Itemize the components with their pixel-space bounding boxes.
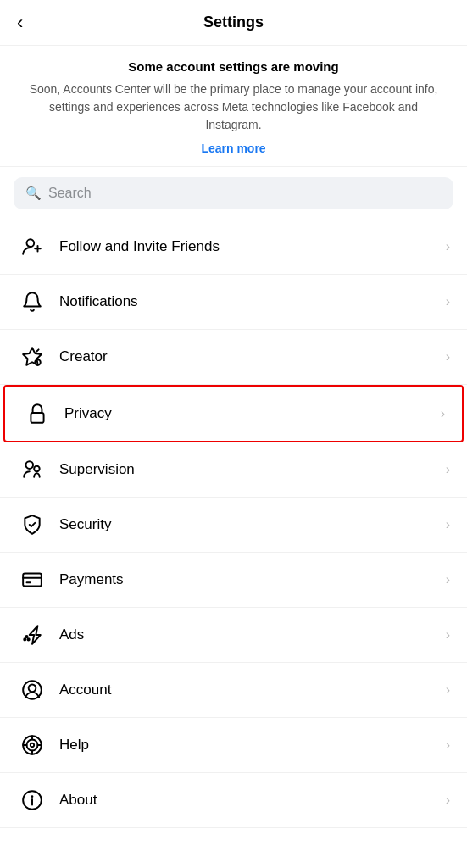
account-icon [17, 675, 47, 705]
payments-chevron: › [446, 572, 450, 587]
learn-more-link[interactable]: Learn more [201, 142, 265, 155]
help-icon [17, 730, 47, 760]
svg-rect-6 [31, 413, 43, 423]
notifications-label: Notifications [59, 293, 439, 310]
follow-chevron: › [446, 239, 450, 254]
menu-item-notifications[interactable]: Notifications › [0, 275, 467, 330]
svg-point-16 [29, 685, 36, 693]
menu-item-privacy[interactable]: Privacy › [3, 385, 464, 442]
page-title: Settings [203, 14, 264, 31]
menu-item-ads[interactable]: Ads › [0, 608, 467, 663]
search-container: 🔍 Search [0, 167, 467, 220]
account-chevron: › [446, 682, 450, 698]
svg-point-14 [24, 638, 25, 640]
menu-item-about[interactable]: About › [0, 773, 467, 828]
svg-point-8 [34, 466, 39, 472]
creator-label: Creator [59, 348, 439, 365]
search-box[interactable]: 🔍 Search [14, 177, 453, 209]
banner-title: Some account settings are moving [20, 59, 447, 74]
svg-point-12 [25, 636, 27, 637]
search-input[interactable]: Search [48, 186, 92, 201]
header: ‹ Settings [0, 0, 467, 46]
follow-icon [17, 231, 47, 262]
svg-rect-9 [23, 573, 42, 586]
back-button[interactable]: ‹ [17, 12, 23, 34]
about-label: About [59, 792, 439, 809]
payments-label: Payments [59, 571, 439, 588]
follow-label: Follow and Invite Friends [59, 238, 439, 255]
menu-item-security[interactable]: Security › [0, 498, 467, 553]
privacy-icon [22, 398, 53, 429]
svg-point-7 [25, 461, 33, 469]
ads-chevron: › [446, 627, 450, 643]
about-chevron: › [446, 793, 450, 808]
search-icon: 🔍 [25, 186, 42, 201]
supervision-icon [17, 454, 47, 485]
creator-chevron: › [446, 349, 450, 364]
payments-icon [17, 565, 47, 595]
security-label: Security [59, 516, 439, 533]
notifications-icon [17, 287, 47, 317]
svg-point-18 [27, 740, 38, 751]
banner-text: Soon, Accounts Center will be the primar… [20, 81, 447, 134]
settings-menu: Follow and Invite Friends › Notification… [0, 220, 467, 828]
menu-item-follow[interactable]: Follow and Invite Friends › [0, 220, 467, 275]
security-icon [17, 509, 47, 540]
accounts-center-banner: Some account settings are moving Soon, A… [0, 46, 467, 167]
menu-item-help[interactable]: Help › [0, 718, 467, 773]
privacy-label: Privacy [64, 405, 434, 422]
ads-label: Ads [59, 626, 439, 643]
ads-icon [17, 620, 47, 650]
about-icon [17, 785, 47, 815]
svg-point-19 [31, 743, 34, 747]
security-chevron: › [446, 517, 450, 532]
help-label: Help [59, 737, 439, 754]
menu-item-account[interactable]: Account › [0, 663, 467, 718]
menu-item-payments[interactable]: Payments › [0, 553, 467, 608]
notifications-chevron: › [446, 294, 450, 309]
menu-item-creator[interactable]: Creator › [0, 330, 467, 385]
svg-line-5 [36, 349, 38, 351]
privacy-chevron: › [441, 406, 445, 421]
supervision-label: Supervision [59, 461, 439, 478]
creator-icon [17, 342, 47, 372]
account-label: Account [59, 682, 439, 698]
supervision-chevron: › [446, 462, 450, 477]
svg-point-13 [28, 638, 30, 640]
help-chevron: › [446, 737, 450, 753]
menu-item-supervision[interactable]: Supervision › [0, 442, 467, 498]
svg-point-0 [27, 239, 35, 247]
